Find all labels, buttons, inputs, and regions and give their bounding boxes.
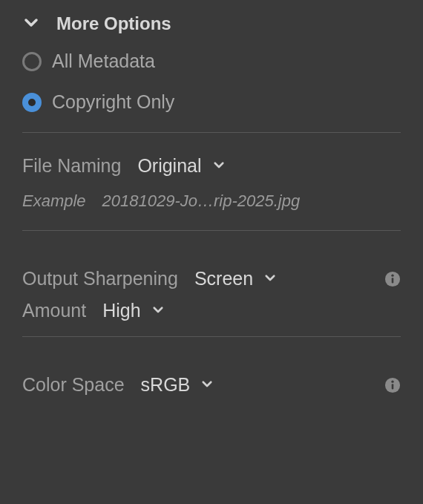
chevron-down-icon bbox=[263, 271, 277, 287]
svg-rect-1 bbox=[392, 278, 394, 283]
chevron-down-icon bbox=[212, 158, 226, 174]
radio-icon bbox=[22, 93, 42, 112]
output-sharpening-select[interactable]: Screen bbox=[194, 268, 277, 289]
chevron-down-icon bbox=[200, 377, 214, 393]
file-naming-label: File Naming bbox=[22, 155, 121, 177]
radio-all-metadata[interactable]: All Metadata bbox=[22, 50, 401, 72]
example-label: Example bbox=[22, 192, 86, 211]
amount-label: Amount bbox=[22, 300, 86, 321]
color-space-label: Color Space bbox=[22, 374, 125, 396]
select-value: sRGB bbox=[141, 374, 191, 396]
radio-label: All Metadata bbox=[52, 50, 155, 72]
color-space-section: Color Space sRGB bbox=[22, 359, 401, 396]
chevron-down-icon bbox=[151, 303, 165, 319]
radio-icon bbox=[22, 52, 42, 71]
color-space-select[interactable]: sRGB bbox=[141, 374, 214, 396]
file-naming-example: Example 20181029-Jo…rip-2025.jpg bbox=[22, 192, 401, 211]
radio-inner-dot bbox=[28, 99, 36, 106]
file-naming-select[interactable]: Original bbox=[137, 155, 225, 177]
svg-rect-4 bbox=[392, 384, 394, 389]
select-value: High bbox=[102, 300, 140, 321]
select-value: Screen bbox=[194, 268, 253, 289]
info-icon[interactable] bbox=[384, 377, 401, 393]
file-naming-row: File Naming Original bbox=[22, 155, 401, 177]
more-options-header[interactable]: More Options bbox=[22, 13, 401, 34]
select-value: Original bbox=[137, 155, 201, 177]
amount-row: Amount High bbox=[22, 300, 401, 321]
color-space-row: Color Space sRGB bbox=[22, 374, 401, 396]
example-value: 20181029-Jo…rip-2025.jpg bbox=[102, 192, 301, 211]
output-sharpening-section: Output Sharpening Screen Amount High bbox=[22, 253, 401, 321]
section-title: More Options bbox=[56, 13, 171, 34]
chevron-down-icon bbox=[22, 13, 40, 34]
info-icon[interactable] bbox=[384, 271, 401, 287]
svg-point-5 bbox=[391, 380, 393, 382]
output-sharpening-label: Output Sharpening bbox=[22, 268, 178, 289]
divider bbox=[22, 336, 401, 337]
svg-point-2 bbox=[391, 274, 393, 276]
divider bbox=[22, 230, 401, 231]
amount-select[interactable]: High bbox=[102, 300, 164, 321]
output-sharpening-row: Output Sharpening Screen bbox=[22, 268, 401, 289]
radio-copyright-only[interactable]: Copyright Only bbox=[22, 91, 401, 113]
more-options-panel: More Options All Metadata Copyright Only… bbox=[0, 0, 423, 396]
radio-label: Copyright Only bbox=[52, 91, 174, 113]
divider bbox=[22, 132, 401, 133]
